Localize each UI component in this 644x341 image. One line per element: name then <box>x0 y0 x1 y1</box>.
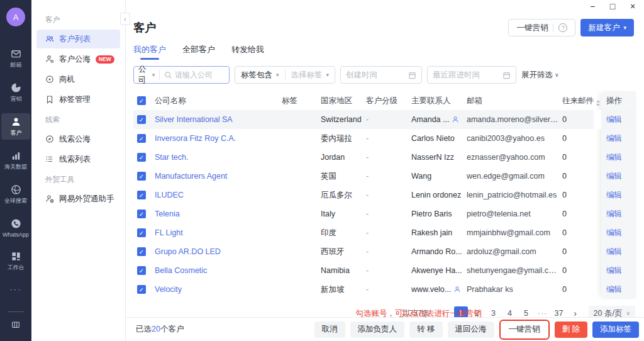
one-click-marketing-button[interactable]: 一键营销 ? <box>508 19 575 36</box>
row-checkbox[interactable]: ✓ <box>137 247 146 256</box>
grade-cell: - <box>366 191 411 199</box>
contact-person-icon[interactable] <box>453 286 461 293</box>
close-button[interactable]: × <box>628 1 638 11</box>
rail-item-mail[interactable]: 邮箱 <box>1 45 30 72</box>
email-cell: lenin_patricio@hotmail.es <box>467 191 562 199</box>
delete-button[interactable]: 删 除 <box>555 321 587 338</box>
transfer-button[interactable]: 转 移 <box>409 321 442 338</box>
country-cell: Jordan <box>321 153 366 162</box>
grade-cell: - <box>366 210 411 218</box>
grade-cell: - <box>366 115 411 124</box>
minimize-button[interactable]: − <box>587 1 597 11</box>
row-checkbox[interactable]: ✓ <box>137 191 146 199</box>
email-cell: wen.edge@gmail.com <box>467 172 562 181</box>
rail-item-whatsapp[interactable]: WhatsApp <box>1 215 30 240</box>
sidebar-item-opportunity[interactable]: 商机 <box>36 70 120 89</box>
company-link[interactable]: Telenia <box>155 210 282 218</box>
edit-link[interactable]: 编辑 <box>606 210 622 218</box>
sidebar-item-customer-pool[interactable]: 客户公海 NEW <box>36 50 120 69</box>
tag-select[interactable]: 选择标签 ▾ <box>286 70 335 81</box>
add-owner-button[interactable]: 添加负责人 <box>350 321 405 338</box>
row-checkbox[interactable]: ✓ <box>137 115 146 124</box>
company-link[interactable]: Bella Cosmetic <box>155 266 282 275</box>
table-row[interactable]: ✓ Bella Cosmetic Namibia - Akwenye Ha...… <box>133 261 636 280</box>
rail-item-workbench[interactable]: 工作台 <box>1 248 30 274</box>
company-field-select[interactable]: 公司 ▾ <box>134 64 159 86</box>
edit-link[interactable]: 编辑 <box>606 134 622 143</box>
row-checkbox[interactable]: ✓ <box>137 266 146 275</box>
maximize-button[interactable]: □ <box>608 1 618 11</box>
company-link[interactable]: Silver International SA <box>155 115 282 124</box>
edit-link[interactable]: 编辑 <box>606 115 622 124</box>
marketing-pie-icon <box>11 82 21 93</box>
rail-item-marketing[interactable]: 营销 <box>1 79 30 106</box>
select-all-checkbox[interactable]: ✓ <box>137 96 146 105</box>
rail-item-global-search[interactable]: 全球搜索 <box>1 181 30 208</box>
contact-cell: NasserN Izz <box>411 153 467 162</box>
row-checkbox[interactable]: ✓ <box>137 228 146 237</box>
company-link[interactable]: Inversora Fitz Roy C.A. <box>155 134 282 143</box>
rail-item-customer[interactable]: 客户 <box>1 113 30 140</box>
table-row[interactable]: ✓ Telenia Italy - Pietro Baris pietro@te… <box>133 204 636 223</box>
edit-link[interactable]: 编辑 <box>606 266 622 275</box>
table-row[interactable]: ✓ Star tech. Jordan - NasserN Izz eznass… <box>133 148 636 167</box>
sidebar-item-leads-list[interactable]: 线索列表 <box>36 150 120 169</box>
table-row[interactable]: ✓ FL Light 印度 - Rakesh jain mmjainbhw@gm… <box>133 223 636 242</box>
sidebar-item-leads-pool[interactable]: 线索公海 <box>36 130 120 148</box>
panel-toggle-icon[interactable] <box>11 320 21 332</box>
row-checkbox[interactable]: ✓ <box>137 153 146 162</box>
company-link[interactable]: Velocity <box>155 285 282 294</box>
table-row[interactable]: ✓ Manufacturers Agent 英国 - Wang wen.edge… <box>133 167 636 186</box>
rail-item-customs-data[interactable]: 海关数据 <box>1 147 30 174</box>
table-row[interactable]: ✓ Velocity 新加坡 - www.velo... Prabhakar k… <box>133 280 636 299</box>
tab-all-customers[interactable]: 全部客户 <box>182 44 215 61</box>
add-tag-button[interactable]: 添加标签 <box>592 321 639 338</box>
sidebar-item-trade-assistant[interactable]: 网易外贸通助手 <box>36 189 120 208</box>
rail-more-button[interactable]: ··· <box>10 284 22 294</box>
company-link[interactable]: ILUDEC <box>155 191 282 199</box>
company-link[interactable]: Grupo AR.DO LED <box>155 247 282 256</box>
follow-time-filter[interactable]: 最近跟进时间 <box>427 66 516 84</box>
table-row[interactable]: ✓ ILUDEC 厄瓜多尔 - Lenin ordonez lenin_patr… <box>133 186 636 204</box>
tag-management-icon <box>45 95 54 104</box>
workbench-icon <box>11 251 21 262</box>
row-checkbox[interactable]: ✓ <box>137 134 146 143</box>
edit-link[interactable]: 编辑 <box>606 228 622 237</box>
edit-link[interactable]: 编辑 <box>606 172 622 181</box>
edit-link[interactable]: 编辑 <box>606 191 622 199</box>
tab-forwarded-to-me[interactable]: 转发给我 <box>231 44 264 61</box>
row-checkbox[interactable]: ✓ <box>137 285 146 294</box>
edit-link[interactable]: 编辑 <box>606 285 622 294</box>
customer-sidebar: ‹ 客户 客户列表 客户公海 NEW 商机 标签管理 线索 线索公海 线索列表 … <box>31 0 126 341</box>
row-checkbox[interactable]: ✓ <box>137 172 146 181</box>
cancel-button[interactable]: 取消 <box>314 321 345 338</box>
table-row[interactable]: ✓ Inversora Fitz Roy C.A. 委内瑞拉 - Carlos … <box>133 129 636 148</box>
sidebar-item-tag-management[interactable]: 标签管理 <box>36 90 120 109</box>
create-time-filter[interactable]: 创建时间 <box>340 66 422 84</box>
company-search-input[interactable] <box>175 70 229 79</box>
expand-filters-link[interactable]: 展开筛选 ∨ <box>521 70 559 81</box>
help-icon[interactable]: ? <box>558 23 567 32</box>
sort-icon[interactable] <box>596 100 600 106</box>
tab-my-customers[interactable]: 我的客户 <box>133 44 166 61</box>
company-link[interactable]: FL Light <box>155 228 282 237</box>
tag-mode-select[interactable]: 标签包含 ▾ <box>235 70 285 81</box>
col-mails: 往来邮件 <box>562 96 594 106</box>
contact-person-icon[interactable] <box>452 116 459 123</box>
row-checkbox[interactable]: ✓ <box>137 210 146 218</box>
company-link[interactable]: Star tech. <box>155 153 282 162</box>
edit-link[interactable]: 编辑 <box>606 247 622 256</box>
one-click-marketing-bulk-button[interactable]: 一键营销 <box>501 321 548 338</box>
sidebar-collapse-button[interactable]: ‹ <box>120 13 130 25</box>
return-to-pool-button[interactable]: 退回公海 <box>448 321 494 338</box>
table-row[interactable]: ✓ Silver International SA Switzerland - … <box>133 110 636 129</box>
table-row[interactable]: ✓ Grupo AR.DO LED 西班牙 - Armando Ro... ar… <box>133 242 636 261</box>
sidebar-item-customer-list[interactable]: 客户列表 <box>36 30 120 48</box>
filter-bar: 公司 ▾ 标签包含 ▾ 选择标签 ▾ 创建时间 最近跟进时间 <box>133 66 636 84</box>
col-contact: 主要联系人 <box>411 96 467 106</box>
new-customer-button[interactable]: 新建客户 ▾ <box>580 19 634 36</box>
avatar[interactable]: A <box>6 8 25 26</box>
edit-link[interactable]: 编辑 <box>606 153 622 162</box>
company-link[interactable]: Manufacturers Agent <box>155 172 282 181</box>
col-tag: 标签 <box>282 96 321 106</box>
